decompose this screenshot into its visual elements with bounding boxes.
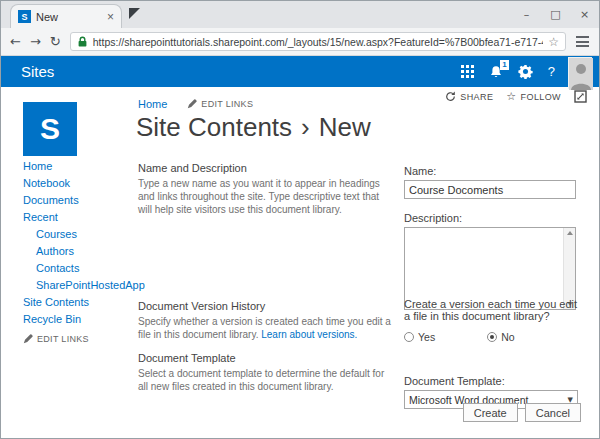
- radio-icon: [487, 332, 497, 342]
- version-history-fields: Create a version each time you edit a fi…: [404, 298, 581, 343]
- version-yes-radio[interactable]: Yes: [404, 331, 435, 343]
- suite-bar-title[interactable]: Sites: [21, 63, 54, 80]
- sidebar-item-recent: Recent: [23, 209, 135, 226]
- refresh-icon[interactable]: ↻: [50, 35, 61, 48]
- pencil-icon: [23, 334, 33, 344]
- notifications-bell-icon[interactable]: 1: [489, 65, 503, 79]
- learn-about-versions-link[interactable]: Learn about versions.: [261, 329, 357, 340]
- breadcrumb-home-link[interactable]: Home: [138, 98, 167, 110]
- top-edit-links-label: EDIT LINKS: [201, 99, 253, 109]
- title-separator-icon: ›: [301, 112, 310, 142]
- new-document-library-form: Name and Description Type a new name as …: [138, 153, 581, 435]
- page-title-sub: New: [319, 112, 371, 142]
- maximize-button[interactable]: □: [541, 1, 570, 28]
- user-avatar[interactable]: [568, 57, 592, 89]
- quick-launch-sidebar: Home Notebook Documents Recent Courses A…: [23, 158, 135, 344]
- sidebar-item-sharepointhostedapp[interactable]: SharePointHostedApp: [36, 277, 135, 294]
- browser-tab[interactable]: S New ×: [11, 5, 121, 28]
- share-label: SHARE: [460, 92, 493, 102]
- version-question-label: Create a version each time you edit a fi…: [404, 298, 581, 322]
- sidebar-item-home[interactable]: Home: [23, 158, 135, 175]
- name-description-fields: Name: Description:: [404, 165, 581, 310]
- settings-gear-icon[interactable]: [518, 64, 533, 79]
- name-description-section: Name and Description Type a new name as …: [138, 162, 391, 216]
- section-description: Select a document template to determine …: [138, 367, 391, 393]
- address-bar[interactable]: https://sharepointtutorials.sharepoint.c…: [70, 32, 566, 51]
- sidebar-edit-links-button[interactable]: EDIT LINKS: [23, 334, 135, 344]
- version-radio-group: Yes No: [404, 331, 581, 343]
- notification-badge: 1: [500, 60, 508, 70]
- document-template-section: Document Template Select a document temp…: [138, 352, 391, 393]
- suite-bar: Sites 1 ?: [1, 56, 599, 87]
- page-actions-bar: SHARE ☆ FOLLOW: [445, 90, 587, 103]
- share-button[interactable]: SHARE: [445, 91, 493, 102]
- window-controls: – □ ×: [512, 1, 599, 28]
- tab-title: New: [36, 11, 102, 23]
- window-close-button[interactable]: ×: [570, 1, 599, 28]
- description-label: Description:: [404, 212, 581, 224]
- sidebar-edit-links-label: EDIT LINKS: [37, 334, 89, 344]
- page-title: Site Contents›New: [136, 112, 371, 143]
- textarea-scrollbar[interactable]: [563, 228, 575, 309]
- name-input[interactable]: [404, 180, 576, 199]
- share-icon: [445, 91, 456, 102]
- url-text[interactable]: https://sharepointtutorials.sharepoint.c…: [93, 36, 544, 48]
- sidebar-item-authors[interactable]: Authors: [36, 243, 135, 260]
- top-edit-links-button[interactable]: EDIT LINKS: [187, 99, 253, 109]
- tab-strip: S New × – □ ×: [1, 1, 599, 28]
- tab-close-icon[interactable]: ×: [107, 11, 114, 23]
- cancel-button[interactable]: Cancel: [525, 403, 581, 422]
- forward-icon[interactable]: →: [30, 35, 41, 48]
- sidebar-item-notebook[interactable]: Notebook: [23, 175, 135, 192]
- minimize-button[interactable]: –: [512, 1, 541, 28]
- new-tab-icon[interactable]: [129, 8, 140, 19]
- form-buttons: Create Cancel: [463, 403, 581, 422]
- yes-label: Yes: [418, 331, 435, 343]
- version-history-section: Document Version History Specify whether…: [138, 300, 391, 341]
- section-title: Document Template: [138, 352, 391, 364]
- sidebar-item-documents[interactable]: Documents: [23, 192, 135, 209]
- sharepoint-favicon-icon: S: [18, 10, 31, 23]
- browser-navigation-bar: ← → ↻ https://sharepointtutorials.sharep…: [1, 28, 599, 56]
- sidebar-item-recycle-bin[interactable]: Recycle Bin: [23, 311, 135, 328]
- follow-button[interactable]: ☆ FOLLOW: [506, 91, 561, 102]
- page-title-main[interactable]: Site Contents: [136, 112, 292, 142]
- sidebar-item-contacts[interactable]: Contacts: [36, 260, 135, 277]
- breadcrumb: Home EDIT LINKS: [138, 98, 253, 110]
- section-title: Name and Description: [138, 162, 391, 174]
- follow-label: FOLLOW: [521, 92, 561, 102]
- site-logo[interactable]: S: [23, 102, 77, 156]
- app-launcher-icon[interactable]: [461, 65, 474, 78]
- section-description: Specify whether a version is created eac…: [138, 315, 391, 341]
- sidebar-item-site-contents[interactable]: Site Contents: [23, 294, 135, 311]
- scroll-up-icon[interactable]: [567, 231, 573, 235]
- https-lock-icon: [77, 36, 88, 48]
- radio-icon: [404, 332, 414, 342]
- no-label: No: [501, 331, 514, 343]
- focus-on-content-icon[interactable]: [574, 90, 587, 103]
- document-template-label: Document Template:: [404, 375, 581, 387]
- section-title: Document Version History: [138, 300, 391, 312]
- browser-menu-icon[interactable]: [575, 34, 590, 49]
- section-description: Type a new name as you want it to appear…: [138, 177, 391, 216]
- version-no-radio[interactable]: No: [487, 331, 514, 343]
- sidebar-item-courses[interactable]: Courses: [36, 226, 135, 243]
- create-button[interactable]: Create: [463, 403, 518, 422]
- browser-window: S New × – □ × ← → ↻ https://sharepointtu…: [0, 0, 600, 439]
- back-icon[interactable]: ←: [10, 35, 21, 48]
- name-label: Name:: [404, 165, 581, 177]
- pencil-icon: [187, 99, 197, 109]
- help-icon[interactable]: ?: [548, 64, 555, 79]
- bookmark-star-icon[interactable]: ☆: [548, 36, 559, 48]
- suite-bar-icons: 1 ?: [461, 56, 555, 87]
- follow-star-icon: ☆: [506, 91, 516, 102]
